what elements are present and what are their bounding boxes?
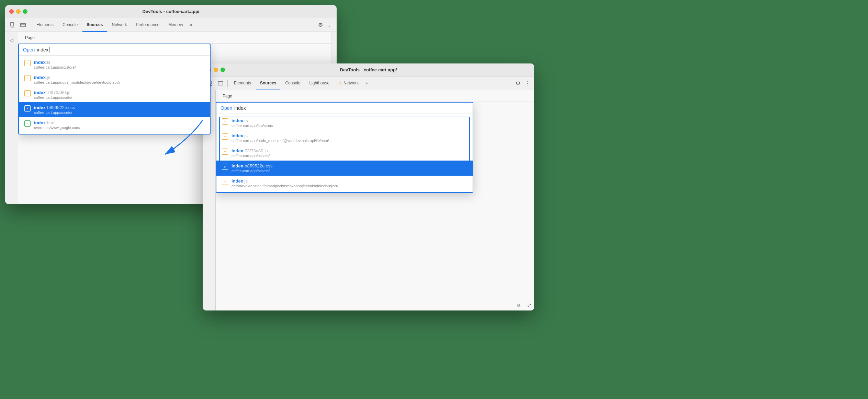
titlebar-back: DevTools - coffee-cart.app/ [5,5,337,18]
cursor-back [49,47,49,52]
tab-memory-back[interactable]: Memory [164,18,187,32]
file-result-index-css-front[interactable]: # index-b859522e.css coffee-cart.app/ass… [216,161,473,176]
tab-more-back[interactable]: » [188,18,194,32]
file-icon-ext-front: + [222,179,228,185]
layers-icon-front[interactable] [216,79,225,88]
file-name-css: index-b859522e.css [34,105,204,110]
file-path-css: coffee-cart.app/assets/ [34,110,204,115]
page-tab-back[interactable]: Page [22,35,37,40]
minimize-button-front[interactable] [214,68,218,72]
devtools-window-front: DevTools - coffee-cart.app/ Elements Sou… [203,63,534,310]
file-name-73: index-73f73a80.js [34,90,204,95]
toolbar-divider-1 [30,21,30,29]
file-path-ts-front: coffee-cart.app/src/store/ [232,124,467,128]
file-info-css: index-b859522e.css coffee-cart.app/asset… [34,105,204,115]
tab-network-back[interactable]: Network [108,18,131,32]
svg-rect-0 [10,23,14,26]
page-bar-front: Page [216,90,534,102]
window-title-front: DevTools - coffee-cart.app/ [340,67,397,72]
file-name-js-front: index.js [232,133,467,138]
tab-sources-back[interactable]: Sources [82,18,107,32]
file-result-index-73-front[interactable]: + index-73f73a80.js coffee-cart.app/asse… [216,145,473,161]
file-result-index-ts-back[interactable]: + index.ts coffee-cart.app/src/store/ [19,57,210,72]
file-results-front: + index.ts coffee-cart.app/src/store/ [216,114,473,192]
tab-console-front[interactable]: Console [281,77,304,90]
traffic-lights-back [9,9,27,14]
file-path-css-front: coffee-cart.app/assets/ [232,169,467,173]
file-result-index-ext-front[interactable]: + index.js chrome-extension://eimadpbcbf… [216,176,473,191]
file-path-73-front: coffee-cart.app/assets/ [232,154,467,158]
maximize-button-back[interactable] [23,9,27,14]
toolbar-front: Elements Sources Console Lighthouse ⚠ Ne… [203,77,534,90]
page-tab-front[interactable]: Page [220,94,235,98]
file-info-js: index.js coffee-cart.app/node_modules/@v… [34,75,204,84]
file-info-ts: index.ts coffee-cart.app/src/store/ [34,60,204,69]
file-name-ts: index.ts [34,60,204,65]
file-icon-css: # [24,105,31,112]
file-path-js-front: coffee-cart.app/node_modules/@vue/devtoo… [232,139,467,143]
gear-icon-front[interactable]: ⚙ [514,80,522,86]
file-info-css-front: index-b859522e.css coffee-cart.app/asset… [232,163,467,173]
tab-more-front[interactable]: » [363,77,370,90]
file-icon-css-front: # [222,164,228,170]
file-icon-html: ≡ [24,120,31,127]
file-result-index-73-back[interactable]: + index-73f73a80.js coffee-cart.app/asse… [19,87,210,102]
file-name-73-front: index-73f73a80.js [232,148,467,153]
file-info-ts-front: index.ts coffee-cart.app/src/store/ [232,118,467,128]
close-button-back[interactable] [9,9,14,14]
file-icon-73-front: + [222,149,228,155]
collapse-button-back[interactable]: ◁ [6,35,17,46]
file-icon-73: + [24,90,31,96]
search-bar-front: Open index [216,103,473,114]
file-result-index-js-back[interactable]: + index.js coffee-cart.app/node_modules/… [19,72,210,87]
file-path-html: overrides/www.google.com/ [34,126,204,130]
file-info-73: index-73f73a80.js coffee-cart.app/assets… [34,90,204,99]
gear-icon-back[interactable]: ⚙ [316,22,325,28]
tab-elements-back[interactable]: Elements [32,18,58,32]
file-name-ext-front: index.js [232,178,467,184]
svg-rect-6 [218,82,223,85]
expand-icon[interactable]: ⤢ [527,302,531,308]
layers-icon[interactable] [18,20,28,30]
file-icon-ts-front: + [222,118,228,125]
side-panel-back: ◁ [5,32,18,204]
file-results-back: + index.ts coffee-cart.app/src/store/ + [19,56,210,134]
dots-icon-back[interactable]: ⋮ [326,22,334,28]
file-info-ext-front: index.js chrome-extension://eimadpbcbfnm… [232,178,467,188]
warning-icon-front: ⚠ [338,81,342,85]
page-bar-back: Page [18,32,331,44]
file-path-73: coffee-cart.app/assets/ [34,95,204,99]
file-icon-js-front: + [222,133,228,140]
maximize-button-front[interactable] [221,68,225,72]
open-file-dialog-front: Open index + index.ts [216,102,473,193]
file-name-ts-front: index.ts [232,118,467,123]
tab-elements-front[interactable]: Elements [230,77,255,90]
search-open-text-back: Open [23,47,35,52]
file-name-css-front: index-b859522e.css [232,163,467,168]
file-path-js: coffee-cart.app/node_modules/@vue/devtoo… [34,80,204,84]
search-bar-back: Open index [19,44,210,56]
file-result-index-ts-front[interactable]: + index.ts coffee-cart.app/src/store/ [216,115,473,130]
file-info-73-front: index-73f73a80.js coffee-cart.app/assets… [232,148,467,158]
window-title-back: DevTools - coffee-cart.app/ [143,9,200,14]
file-path-ts: coffee-cart.app/src/store/ [34,65,204,69]
file-info-html: index.html overrides/www.google.com/ [34,120,204,130]
file-result-index-js-front[interactable]: + index.js coffee-cart.app/node_modules/… [216,130,473,145]
tab-sources-front[interactable]: Sources [256,77,280,90]
file-icon-ts: + [24,60,31,66]
file-info-js-front: index.js coffee-cart.app/node_modules/@v… [232,133,467,143]
file-name-js: index.js [34,75,204,80]
open-file-dialog-back: Open index + index.ts coffee- [18,44,211,134]
file-result-index-html-back[interactable]: ≡ index.html overrides/www.google.com/ [19,117,210,132]
tab-console-back[interactable]: Console [58,18,82,32]
minimize-button-back[interactable] [16,9,21,14]
tab-performance-back[interactable]: Performance [132,18,164,32]
tab-lighthouse-front[interactable]: Lighthouse [305,77,334,90]
tab-network-front[interactable]: ⚠ Network [334,77,363,90]
cursor-icon[interactable] [8,20,18,30]
file-result-index-css-back[interactable]: # index-b859522e.css coffee-cart.app/ass… [19,102,210,117]
file-icon-js: + [24,75,31,81]
dots-icon-front[interactable]: ⋮ [523,80,531,86]
svg-rect-2 [21,23,25,27]
search-query-back: index [37,47,48,52]
